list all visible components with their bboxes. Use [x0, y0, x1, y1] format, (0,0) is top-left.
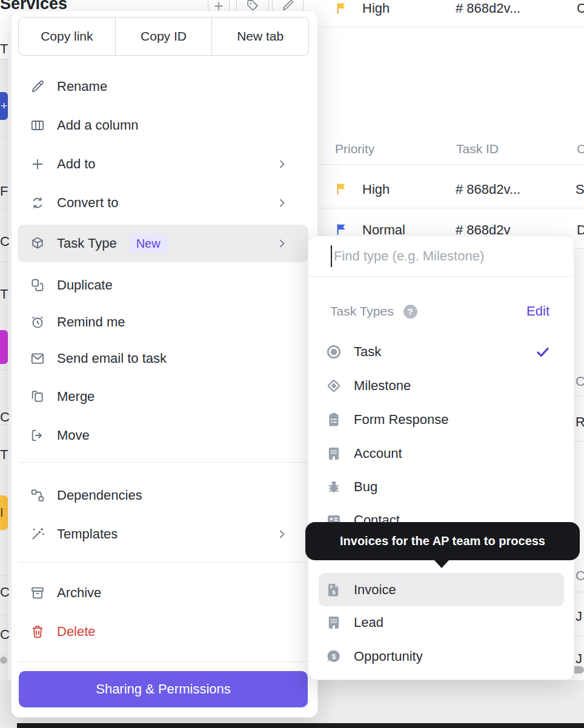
duplicate-icon: [30, 277, 45, 293]
type-item-account[interactable]: Account: [319, 437, 564, 471]
row-divider: [574, 441, 584, 442]
menu-item-rename[interactable]: Rename: [18, 69, 308, 104]
type-item-label: Account: [354, 446, 402, 462]
task-type-submenu: Task Types ? Edit Task Milestone Form Re…: [308, 236, 574, 680]
menu-item-convert-to[interactable]: Convert to: [18, 185, 308, 220]
new-badge: New: [129, 234, 168, 254]
menu-divider: [19, 661, 309, 662]
cube-icon: [30, 236, 45, 251]
menu-item-label: Move: [57, 428, 90, 443]
building-icon: [325, 614, 342, 631]
dependencies-icon: [30, 488, 45, 503]
type-item-lead[interactable]: Lead: [319, 606, 564, 640]
type-item-label: Opportunity: [354, 649, 423, 664]
building-icon: [325, 445, 342, 462]
menu-item-archive[interactable]: Archive: [18, 575, 308, 611]
menu-item-label: Duplicate: [57, 277, 113, 293]
move-icon: [30, 428, 45, 443]
row-label-fragment: T: [0, 286, 8, 302]
menu-item-label: Templates: [57, 526, 118, 542]
menu-item-duplicate[interactable]: Duplicate: [18, 268, 308, 303]
svg-text:$: $: [332, 588, 336, 595]
check-icon: [535, 344, 551, 360]
assignee-cell: D: [577, 222, 584, 238]
menu-item-dependencies[interactable]: Dependencies: [18, 478, 308, 513]
task-id-column-header[interactable]: Task ID: [456, 142, 499, 156]
row-label-fragment: T: [0, 447, 8, 463]
svg-text:$: $: [332, 653, 336, 660]
horizontal-scrollbar[interactable]: [0, 657, 7, 664]
row-divider: [574, 395, 584, 396]
assignee-cell: S: [576, 182, 584, 197]
menu-item-task-type[interactable]: Task Type New: [18, 225, 308, 262]
type-item-bug[interactable]: Bug: [319, 470, 564, 504]
task-id-cell: # 868d2v...: [456, 1, 520, 16]
priority-flag-high-icon: [335, 182, 348, 196]
menu-item-delete[interactable]: Delete: [18, 614, 308, 649]
archive-icon: [30, 585, 45, 601]
chevron-right-icon: [276, 197, 288, 209]
row-label-fragment: C: [0, 584, 10, 600]
text-cursor: [331, 245, 332, 267]
magenta-status-badge: [0, 330, 8, 364]
type-item-opportunity[interactable]: $ Opportunity: [319, 640, 564, 673]
row-divider: [318, 208, 584, 208]
task-id-cell: # 868d2v...: [456, 182, 520, 197]
menu-item-send-email-to-task[interactable]: Send email to task: [18, 341, 308, 376]
copy-link-button[interactable]: Copy link: [19, 18, 115, 55]
pencil-icon: [30, 79, 45, 94]
row-label-fragment: C: [0, 627, 10, 643]
trash-icon: [30, 624, 45, 640]
context-menu: Copy link Copy ID New tab Rename Add a c…: [11, 10, 318, 718]
type-item-invoice[interactable]: $ Invoice: [319, 573, 564, 606]
menu-item-merge[interactable]: Merge: [18, 379, 308, 414]
menu-item-move[interactable]: Move: [18, 418, 308, 453]
type-item-milestone[interactable]: Milestone: [319, 369, 564, 403]
menu-item-label: Delete: [57, 624, 96, 640]
cell-fragment: J: [576, 651, 582, 667]
menu-item-label: Task Type: [57, 236, 117, 251]
help-icon[interactable]: ?: [403, 305, 417, 319]
type-item-label: Invoice: [354, 582, 396, 598]
type-item-label: Milestone: [354, 378, 411, 394]
type-item-form-response[interactable]: Form Response: [319, 403, 564, 437]
menu-item-templates[interactable]: Templates: [18, 517, 308, 552]
sharing-permissions-button[interactable]: Sharing & Permissions: [19, 671, 308, 707]
extra-column-header[interactable]: C: [577, 142, 584, 156]
priority-cell: High: [362, 1, 390, 16]
type-item-label: Bug: [354, 479, 377, 495]
row-divider: [574, 248, 584, 249]
amber-status-badge: I: [0, 495, 8, 530]
row-label-fragment: F: [0, 184, 8, 199]
alarm-clock-icon: [30, 314, 45, 330]
priority-column-header[interactable]: Priority: [335, 142, 374, 156]
plus-icon: [30, 156, 45, 172]
row-label-fragment: C: [0, 409, 10, 425]
dollar-bubble-icon: $: [325, 648, 342, 665]
task-types-section-header: Task Types ? Edit: [330, 298, 549, 325]
tooltip-text: Invoices for the AP team to process: [340, 534, 545, 548]
blue-plus-badge: +: [0, 92, 8, 120]
type-search-input[interactable]: [308, 236, 574, 276]
copy-id-button[interactable]: Copy ID: [115, 18, 212, 55]
window-bottom-edge: [17, 723, 584, 728]
type-search: [308, 236, 574, 277]
bug-icon: [325, 478, 342, 495]
menu-item-add-a-column[interactable]: Add a column: [18, 108, 308, 143]
edit-task-types-link[interactable]: Edit: [526, 303, 549, 319]
chevron-right-icon: [276, 237, 288, 250]
menu-item-label: Rename: [57, 79, 107, 94]
type-item-task[interactable]: Task: [319, 335, 564, 369]
cell-fragment: J: [576, 609, 582, 624]
convert-icon: [30, 195, 45, 211]
menu-item-label: Remind me: [57, 314, 125, 330]
menu-divider: [19, 562, 309, 563]
new-tab-button[interactable]: New tab: [211, 18, 308, 55]
chevron-right-icon: [276, 158, 288, 170]
column-header-fragment: C: [576, 568, 584, 584]
menu-item-add-to[interactable]: Add to: [18, 147, 308, 182]
row-divider: [574, 592, 584, 592]
form-response-icon: [325, 411, 342, 428]
menu-item-remind-me[interactable]: Remind me: [18, 305, 308, 340]
invoice-icon: $: [325, 581, 342, 598]
